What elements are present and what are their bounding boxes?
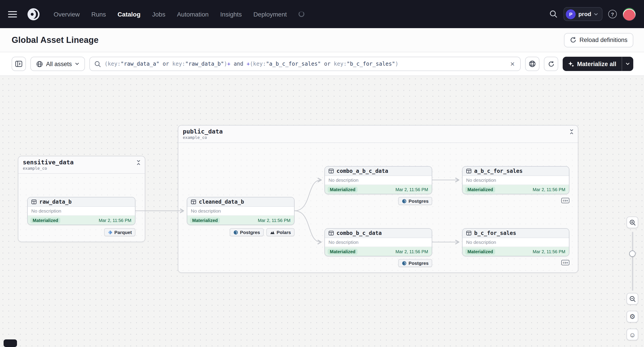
materialization-timestamp: Mar 2, 11:56 PM [396, 187, 428, 192]
deployment-switcher[interactable]: P prod [564, 7, 602, 21]
kind-tags-combo_b_c_data: Postgres [324, 259, 432, 267]
zoom-slider-knob[interactable] [629, 251, 636, 257]
kind-tags-b_c_for_sales: csv [462, 259, 569, 267]
bottom-left-overlay [4, 340, 17, 347]
parquet-icon [108, 230, 112, 235]
kind-tags-combo_a_b_c_data: Postgres [324, 197, 432, 205]
settings-gear-icon[interactable]: ⚙ [626, 311, 638, 323]
page-title: Global Asset Lineage [12, 35, 98, 45]
status-badge: Materialized [465, 186, 496, 192]
page-header: Global Asset Lineage Reload definitions [0, 28, 644, 52]
asset-node-raw_data_b[interactable]: raw_data_b No description MaterializedMa… [27, 197, 136, 225]
collapse-group-icon[interactable] [136, 160, 141, 165]
asset-description: No description [325, 238, 432, 247]
group-header-sensitive_data[interactable]: sensitive_data example_co [18, 156, 145, 174]
status-badge: Materialized [328, 249, 358, 254]
open-left-panel-icon[interactable] [12, 57, 26, 71]
search-icon [94, 60, 101, 67]
asset-description: No description [462, 238, 569, 247]
asset-description: No description [28, 207, 135, 216]
materialize-all-button[interactable]: Materialize all [563, 57, 633, 71]
clear-query-icon[interactable]: ✕ [509, 60, 516, 68]
primary-nav: Overview Runs Catalog Jobs Automation In… [54, 10, 304, 18]
table-icon [31, 199, 37, 205]
kind-tag-parquet[interactable]: Parquet [104, 228, 136, 236]
graph-view-globe-icon[interactable] [525, 57, 540, 71]
table-icon [191, 199, 196, 205]
table-icon [328, 168, 334, 174]
deployment-initial-badge: P [566, 9, 576, 19]
group-header-public_data[interactable]: public_data example_co [178, 125, 578, 143]
asset-node-combo_b_c_data[interactable]: combo_b_c_data No description Materializ… [324, 228, 432, 256]
asset-name: a_b_c_for_sales [474, 168, 523, 174]
status-badge: Materialized [465, 249, 496, 254]
asset-name: raw_data_b [39, 199, 72, 205]
asset-name: combo_a_b_c_data [336, 168, 388, 174]
materialization-timestamp: Mar 2, 11:56 PM [396, 249, 428, 254]
nav-insights[interactable]: Insights [220, 10, 242, 18]
search-icon[interactable] [549, 10, 558, 18]
kind-tag-postgres[interactable]: Postgres [398, 197, 432, 205]
table-icon [328, 230, 334, 236]
asset-selection-query[interactable]: (key:"raw_data_a" or key:"raw_data_b")+ … [104, 61, 506, 67]
nav-automation[interactable]: Automation [177, 10, 209, 18]
lineage-canvas[interactable]: sensitive_data example_co public_data ex… [0, 76, 644, 347]
lineage-toolbar: All assets (key:"raw_data_a" or key:"raw… [0, 52, 644, 76]
materialization-timestamp: Mar 2, 11:56 PM [533, 249, 565, 254]
status-badge: Materialized [190, 217, 220, 223]
status-badge: Materialized [30, 217, 60, 223]
asset-node-b_c_for_sales[interactable]: b_c_for_sales No description Materialize… [462, 228, 569, 256]
reload-icon [570, 37, 576, 43]
chevron-down-icon [594, 13, 598, 15]
polars-icon [270, 230, 275, 235]
nav-jobs[interactable]: Jobs [152, 10, 165, 18]
loading-spinner-icon [298, 11, 304, 17]
materialize-options-caret[interactable] [622, 57, 633, 71]
group-title: public_data [183, 128, 574, 135]
kind-tags-a_b_c_for_sales: csv [462, 197, 569, 205]
postgres-icon [402, 199, 407, 203]
top-navbar: Overview Runs Catalog Jobs Automation In… [0, 0, 644, 28]
materialize-all-main[interactable]: Materialize all [563, 57, 622, 71]
csv-icon[interactable]: csv [561, 198, 569, 203]
globe-icon [36, 60, 43, 67]
reload-definitions-button[interactable]: Reload definitions [564, 33, 633, 47]
asset-name: combo_b_c_data [336, 230, 382, 236]
nav-catalog[interactable]: Catalog [118, 10, 140, 18]
asset-node-cleaned_data_b[interactable]: cleaned_data_b No description Materializ… [187, 197, 294, 225]
feedback-face-icon[interactable]: ☺ [626, 329, 638, 340]
zoom-out-icon[interactable] [626, 293, 638, 305]
nav-runs[interactable]: Runs [92, 10, 106, 18]
kind-tag-polars[interactable]: Polars [266, 228, 294, 236]
asset-selection-input[interactable]: (key:"raw_data_a" or key:"raw_data_b")+ … [90, 57, 521, 71]
sparkle-icon [568, 61, 574, 67]
user-avatar[interactable] [622, 7, 636, 21]
chevron-down-icon [626, 62, 630, 65]
help-icon[interactable]: ? [608, 10, 617, 18]
zoom-slider[interactable] [632, 232, 633, 291]
asset-node-a_b_c_for_sales[interactable]: a_b_c_for_sales No description Materiali… [462, 166, 569, 194]
asset-description: No description [462, 176, 569, 185]
kind-tags-cleaned_data_b: Postgres Polars [187, 228, 294, 236]
navbar-right-cluster: P prod ? [549, 7, 636, 21]
postgres-icon [233, 230, 238, 235]
collapse-group-icon[interactable] [569, 129, 574, 134]
zoom-in-icon[interactable] [626, 217, 638, 228]
kind-tag-postgres[interactable]: Postgres [230, 228, 264, 236]
asset-name: b_c_for_sales [474, 230, 516, 236]
asset-node-combo_a_b_c_data[interactable]: combo_a_b_c_data No description Material… [324, 166, 432, 194]
asset-description: No description [325, 176, 432, 185]
kind-tag-postgres[interactable]: Postgres [398, 259, 432, 267]
menu-icon[interactable] [8, 8, 20, 20]
table-icon [466, 168, 472, 174]
postgres-icon [402, 261, 407, 266]
table-icon [466, 230, 472, 236]
dagster-logo-icon[interactable] [26, 6, 41, 22]
nav-overview[interactable]: Overview [54, 10, 80, 18]
deployment-name: prod [578, 11, 591, 17]
nav-deployment[interactable]: Deployment [254, 10, 287, 18]
refresh-icon[interactable] [544, 57, 558, 71]
asset-description: No description [187, 207, 294, 216]
asset-scope-dropdown[interactable]: All assets [30, 57, 85, 71]
csv-icon[interactable]: csv [561, 260, 569, 265]
